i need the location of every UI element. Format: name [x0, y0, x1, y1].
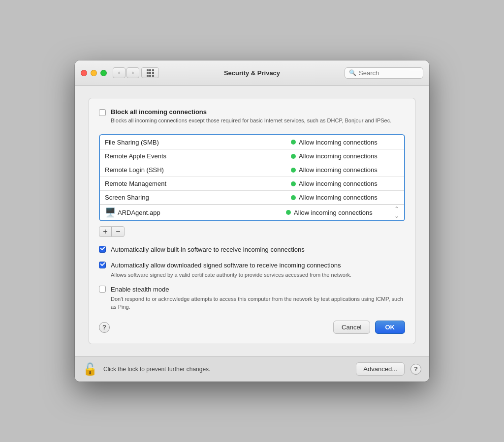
stealth-row: Enable stealth mode Don't respond to or … — [99, 285, 405, 311]
maximize-button[interactable] — [100, 70, 107, 76]
auto-signed-description: Allows software signed by a valid certif… — [111, 271, 351, 279]
lock-icon[interactable]: 🔓 — [83, 363, 97, 375]
green-dot-icon — [291, 195, 296, 200]
chevron-icon: ⌃⌄ — [394, 206, 399, 219]
nav-buttons: ‹ › — [113, 67, 139, 78]
app-name: File Sharing (SMB) — [105, 139, 291, 146]
status-text: Allow incoming connections — [299, 152, 378, 160]
stealth-description: Don't respond to or acknowledge attempts… — [111, 295, 405, 311]
remove-app-button[interactable]: − — [112, 226, 125, 237]
auto-builtin-row: Automatically allow built-in software to… — [99, 245, 405, 254]
list-item[interactable]: Screen Sharing Allow incoming connection… — [100, 190, 404, 204]
green-dot-icon — [291, 154, 296, 159]
ardagent-name: ARDAgent.app — [118, 209, 286, 216]
status-cell: Allow incoming connections — [291, 166, 399, 174]
ardagent-status-cell: Allow incoming connections — [286, 209, 394, 216]
list-item[interactable]: Remote Login (SSH) Allow incoming connec… — [100, 163, 404, 177]
status-text: Allow incoming connections — [299, 180, 378, 187]
block-all-row: Block all incoming connections Blocks al… — [99, 108, 405, 124]
green-dot-icon — [291, 168, 296, 173]
list-item[interactable]: File Sharing (SMB) Allow incoming connec… — [100, 135, 404, 149]
cancel-button[interactable]: Cancel — [333, 321, 370, 334]
main-content: Block all incoming connections Blocks al… — [75, 86, 429, 356]
block-all-description: Blocks all incoming connections except t… — [111, 117, 391, 124]
list-item[interactable]: Remote Management Allow incoming connect… — [100, 177, 404, 190]
status-cell: Allow incoming connections — [291, 194, 399, 201]
ardagent-icon: 🖥️ — [105, 207, 115, 217]
stealth-label: Enable stealth mode — [111, 286, 169, 293]
auto-builtin-label: Automatically allow built-in software to… — [111, 246, 305, 253]
dialog-buttons: ? Cancel OK — [99, 321, 405, 334]
status-cell: Allow incoming connections — [291, 139, 399, 146]
lock-text: Click the lock to prevent further change… — [103, 366, 350, 373]
ardagent-green-dot-icon — [286, 210, 291, 215]
close-button[interactable] — [81, 70, 87, 76]
stealth-mode-checkbox[interactable] — [99, 286, 106, 293]
status-cell: Allow incoming connections — [291, 152, 399, 160]
block-all-checkbox[interactable] — [99, 109, 106, 116]
action-buttons: Cancel OK — [333, 321, 405, 334]
minimize-button[interactable] — [91, 70, 97, 76]
app-name: Remote Apple Events — [105, 152, 291, 160]
ok-button[interactable]: OK — [375, 321, 406, 334]
forward-button[interactable]: › — [126, 67, 139, 78]
ardagent-row[interactable]: 🖥️ ARDAgent.app Allow incoming connectio… — [100, 205, 404, 220]
back-button[interactable]: ‹ — [113, 67, 126, 78]
search-icon: 🔍 — [349, 69, 356, 76]
status-text: Allow incoming connections — [299, 139, 378, 146]
traffic-lights — [81, 70, 107, 76]
green-dot-icon — [291, 181, 296, 186]
app-list-box: File Sharing (SMB) Allow incoming connec… — [99, 134, 405, 221]
help-button[interactable]: ? — [99, 322, 110, 333]
search-bar[interactable]: 🔍 — [345, 67, 423, 79]
bottom-bar: 🔓 Click the lock to prevent further chan… — [75, 356, 429, 382]
stealth-text: Enable stealth mode Don't respond to or … — [111, 285, 405, 311]
block-all-text: Block all incoming connections Blocks al… — [111, 108, 391, 124]
auto-builtin-text: Automatically allow built-in software to… — [111, 245, 305, 254]
advanced-button[interactable]: Advanced... — [356, 362, 405, 376]
titlebar: ‹ › Security & Privacy 🔍 — [75, 60, 429, 86]
add-app-button[interactable]: + — [99, 226, 112, 237]
auto-signed-text: Automatically allow downloaded signed so… — [111, 261, 351, 279]
window-title: Security & Privacy — [224, 69, 280, 77]
status-text: Allow incoming connections — [299, 194, 378, 201]
app-name: Remote Management — [105, 180, 291, 187]
auto-signed-label: Automatically allow downloaded signed so… — [111, 262, 341, 269]
list-item[interactable]: Remote Apple Events Allow incoming conne… — [100, 149, 404, 163]
search-input[interactable] — [359, 69, 419, 77]
status-text: Allow incoming connections — [299, 166, 378, 174]
grid-icon — [147, 69, 154, 77]
grid-view-button[interactable] — [141, 67, 159, 78]
app-name: Remote Login (SSH) — [105, 166, 291, 174]
firewall-panel: Block all incoming connections Blocks al… — [89, 98, 415, 344]
bottom-help-button[interactable]: ? — [410, 364, 421, 375]
main-window: ‹ › Security & Privacy 🔍 Block all incom… — [75, 60, 429, 382]
status-cell: Allow incoming connections — [291, 180, 399, 187]
auto-builtin-checkbox[interactable] — [99, 246, 106, 253]
ardagent-status-text: Allow incoming connections — [294, 209, 373, 216]
auto-signed-row: Automatically allow downloaded signed so… — [99, 261, 405, 279]
block-all-label: Block all incoming connections — [111, 108, 391, 116]
add-remove-buttons: + − — [99, 226, 405, 237]
green-dot-icon — [291, 140, 296, 145]
app-name: Screen Sharing — [105, 194, 291, 201]
auto-signed-checkbox[interactable] — [99, 262, 106, 268]
